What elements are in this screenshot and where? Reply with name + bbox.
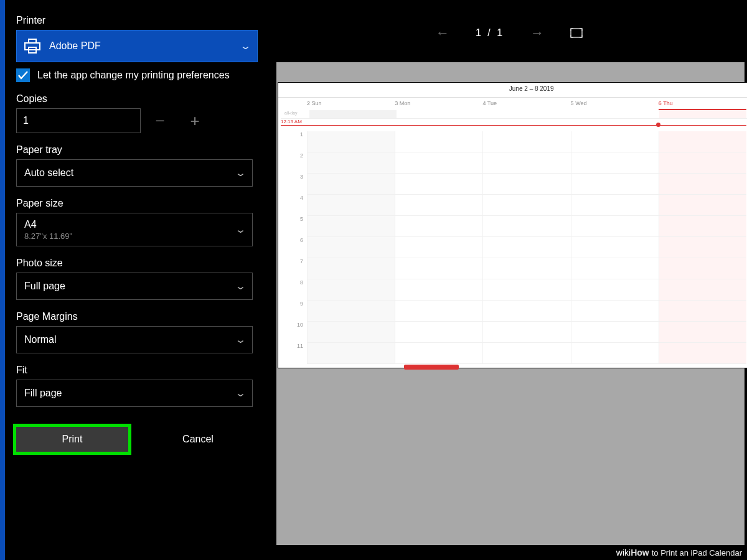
- print-options-panel: Printer Adobe PDF ⌄: [5, 0, 266, 560]
- print-button[interactable]: Print: [16, 427, 128, 452]
- svg-rect-3: [571, 29, 582, 37]
- preview-pane: ← 1 / 1 → June 2 – 8 2019 2 Sun: [266, 0, 747, 560]
- calendar-hour-labels: 1 2 3 4 5 6 7 8 9 10 11: [281, 131, 307, 364]
- copies-input[interactable]: 1: [16, 108, 141, 133]
- wikihow-watermark: wikiHow to Print an iPad Calendar: [616, 548, 742, 558]
- chevron-down-icon: ⌄: [240, 40, 252, 52]
- chevron-down-icon: ⌄: [235, 167, 247, 179]
- page-counter: 1 / 1: [476, 27, 504, 39]
- fullscreen-button[interactable]: [570, 28, 583, 38]
- fit-section: Fit Fill page ⌄: [16, 365, 255, 407]
- page-margins-select[interactable]: Normal ⌄: [16, 326, 253, 353]
- printer-icon: [24, 39, 40, 54]
- calendar-allday-row: all-day: [281, 110, 747, 119]
- preview-toolbar: ← 1 / 1 →: [266, 0, 747, 44]
- next-page-button[interactable]: →: [525, 22, 549, 44]
- calendar-today-highlight: [404, 365, 459, 370]
- paper-size-label: Paper size: [16, 198, 255, 209]
- prev-page-button[interactable]: ←: [431, 22, 454, 44]
- print-dialog: Printer Adobe PDF ⌄: [0, 0, 747, 560]
- chevron-down-icon: ⌄: [235, 388, 247, 399]
- paper-size-section: Paper size A4 8.27"x 11.69" ⌄: [16, 198, 255, 246]
- calendar-now-time: 12:13 AM: [281, 119, 302, 124]
- window-accent-strip: [0, 0, 5, 560]
- page-margins-label: Page Margins: [16, 311, 255, 322]
- dialog-footer: Print Cancel: [16, 427, 255, 452]
- calendar-now-line: [281, 125, 746, 126]
- preview-page: June 2 – 8 2019 2 Sun 3 Mon 4 Tue 5 Wed …: [278, 82, 747, 368]
- photo-size-select[interactable]: Full page ⌄: [16, 273, 253, 300]
- printer-label: Printer: [16, 15, 255, 26]
- change-prefs-row[interactable]: Let the app change my printing preferenc…: [16, 68, 255, 82]
- chevron-down-icon: ⌄: [235, 281, 247, 292]
- calendar-now-dot: [656, 123, 660, 127]
- change-prefs-checkbox[interactable]: [16, 68, 30, 82]
- printer-select[interactable]: Adobe PDF ⌄: [16, 30, 258, 62]
- copies-label: Copies: [16, 93, 255, 105]
- cancel-button[interactable]: Cancel: [142, 427, 254, 452]
- copies-increment[interactable]: +: [179, 108, 210, 133]
- paper-tray-section: Paper tray Auto select ⌄: [16, 144, 255, 187]
- calendar-grid: [307, 131, 746, 364]
- chevron-down-icon: ⌄: [235, 334, 247, 345]
- calendar-day-headers: 2 Sun 3 Mon 4 Tue 5 Wed 6 Thu: [307, 98, 746, 110]
- change-prefs-label: Let the app change my printing preferenc…: [37, 68, 230, 82]
- calendar-preview: June 2 – 8 2019 2 Sun 3 Mon 4 Tue 5 Wed …: [278, 83, 747, 368]
- photo-size-section: Photo size Full page ⌄: [16, 258, 255, 300]
- page-margins-section: Page Margins Normal ⌄: [16, 311, 255, 353]
- printer-value: Adobe PDF: [49, 40, 101, 52]
- chevron-down-icon: ⌄: [235, 224, 247, 235]
- printer-section: Printer Adobe PDF ⌄: [16, 15, 255, 82]
- fit-select[interactable]: Fill page ⌄: [16, 380, 253, 407]
- svg-rect-1: [25, 43, 40, 50]
- paper-tray-select[interactable]: Auto select ⌄: [16, 159, 253, 187]
- paper-size-select[interactable]: A4 8.27"x 11.69" ⌄: [16, 213, 253, 246]
- fit-label: Fit: [16, 365, 255, 376]
- calendar-date-range: June 2 – 8 2019: [509, 85, 554, 92]
- copies-section: Copies 1 − +: [16, 93, 255, 133]
- paper-tray-label: Paper tray: [16, 144, 255, 156]
- photo-size-label: Photo size: [16, 258, 255, 269]
- copies-decrement[interactable]: −: [144, 108, 176, 133]
